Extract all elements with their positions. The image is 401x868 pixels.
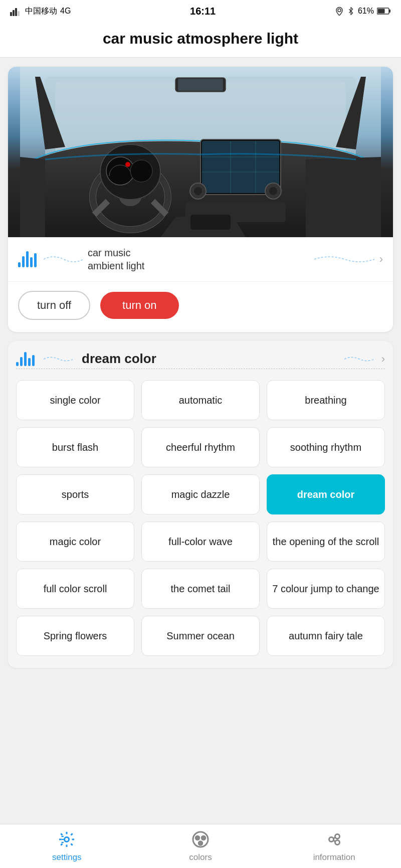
svg-point-20 <box>130 160 152 182</box>
mode-btn-opening_scroll[interactable]: the opening of the scroll <box>267 522 385 562</box>
dream-chevron-icon[interactable]: › <box>381 353 385 366</box>
svg-rect-33 <box>190 215 231 230</box>
mode-btn-automatic[interactable]: automatic <box>141 380 260 420</box>
svg-rect-6 <box>389 10 390 13</box>
battery-label: 61% <box>358 7 374 16</box>
mode-btn-colour_jump[interactable]: 7 colour jump to change <box>267 569 385 609</box>
car-image <box>8 67 393 237</box>
status-bar: 中国移动 4G 16:11 61% <box>0 0 401 22</box>
sound-bar-4 <box>30 257 33 267</box>
tab-colors[interactable]: colors <box>134 824 268 868</box>
tab-bar: settings colors information <box>0 824 401 868</box>
svg-point-43 <box>198 841 203 845</box>
network-label: 4G <box>60 7 71 16</box>
dream-header: dream color › <box>16 351 385 369</box>
sound-bar-5 <box>34 253 37 267</box>
sound-bar-2 <box>22 256 25 267</box>
turn-on-button[interactable]: turn on <box>100 292 179 319</box>
location-icon <box>335 7 344 16</box>
svg-line-48 <box>333 840 335 841</box>
mode-btn-spring_flowers[interactable]: Spring flowers <box>16 616 134 656</box>
sound-bar-3 <box>26 251 29 267</box>
sound-bar-1 <box>18 262 21 267</box>
svg-point-32 <box>269 187 277 195</box>
mode-btn-single_color[interactable]: single color <box>16 380 134 420</box>
bluetooth-icon <box>347 7 355 16</box>
settings-icon <box>58 830 76 850</box>
colors-tab-label: colors <box>189 852 212 862</box>
mode-btn-comet_tail[interactable]: the comet tail <box>141 569 260 609</box>
status-left: 中国移动 4G <box>10 6 71 17</box>
waveform-line <box>44 249 84 269</box>
controls-row: car music ambient light › <box>8 237 393 282</box>
tab-information[interactable]: information <box>267 824 401 868</box>
mode-btn-sports[interactable]: sports <box>16 474 134 514</box>
svg-point-4 <box>338 9 341 12</box>
svg-point-46 <box>335 840 339 844</box>
carrier-label: 中国移动 <box>25 6 57 17</box>
mode-btn-breathing[interactable]: breathing <box>267 380 385 420</box>
mode-btn-magic_color[interactable]: magic color <box>16 522 134 562</box>
information-icon <box>325 830 343 850</box>
settings-tab-label: settings <box>52 852 82 862</box>
mode-btn-magic_dazzle[interactable]: magic dazzle <box>141 474 260 514</box>
dream-color-section: dream color › single colorautomaticbreat… <box>8 341 393 668</box>
toggle-buttons: turn off turn on <box>8 282 393 332</box>
mode-btn-full_color_wave[interactable]: full-color wave <box>141 522 260 562</box>
svg-point-41 <box>195 836 199 840</box>
svg-line-47 <box>333 837 335 838</box>
mode-btn-cheerful_rhythm[interactable]: cheerful rhythm <box>141 427 260 467</box>
svg-rect-7 <box>378 9 385 14</box>
svg-point-44 <box>329 837 333 841</box>
mode-btn-burst_flash[interactable]: burst flash <box>16 427 134 467</box>
information-tab-label: information <box>313 852 355 862</box>
mode-btn-full_color_scroll[interactable]: full color scroll <box>16 569 134 609</box>
signal-icon <box>10 6 22 16</box>
svg-rect-2 <box>15 8 17 16</box>
page-title: car music atmosphere light <box>0 22 401 58</box>
svg-point-36 <box>65 837 69 841</box>
svg-rect-0 <box>10 12 12 16</box>
mode-btn-soothing_rhythm[interactable]: soothing rhythm <box>267 427 385 467</box>
svg-point-45 <box>335 834 339 838</box>
mode-grid: single colorautomaticbreathingburst flas… <box>16 380 385 656</box>
main-card: car music ambient light › turn off turn … <box>8 67 393 332</box>
svg-rect-35 <box>178 79 223 91</box>
mode-btn-summer_ocean[interactable]: Summer ocean <box>141 616 260 656</box>
colors-icon <box>191 830 210 850</box>
sound-icon <box>18 251 37 267</box>
status-time: 16:11 <box>190 6 216 17</box>
dream-sound-icon <box>16 352 35 366</box>
svg-point-42 <box>202 836 206 840</box>
waveform-right <box>314 249 374 269</box>
mode-btn-dream_color[interactable]: dream color <box>267 474 385 514</box>
svg-point-30 <box>194 187 202 195</box>
status-right: 61% <box>335 7 391 16</box>
svg-rect-3 <box>18 11 20 16</box>
svg-rect-1 <box>13 10 15 16</box>
dream-color-label: dream color <box>82 351 342 367</box>
dream-waveform <box>44 352 74 367</box>
controls-label: car music ambient light <box>88 246 144 272</box>
svg-point-19 <box>125 162 130 167</box>
turn-off-button[interactable]: turn off <box>18 291 90 320</box>
battery-icon <box>377 7 391 15</box>
tab-settings[interactable]: settings <box>0 824 134 868</box>
mode-btn-autumn_fairy[interactable]: autumn fairy tale <box>267 616 385 656</box>
chevron-right-icon[interactable]: › <box>379 253 383 266</box>
dream-waveform-right <box>344 352 374 367</box>
